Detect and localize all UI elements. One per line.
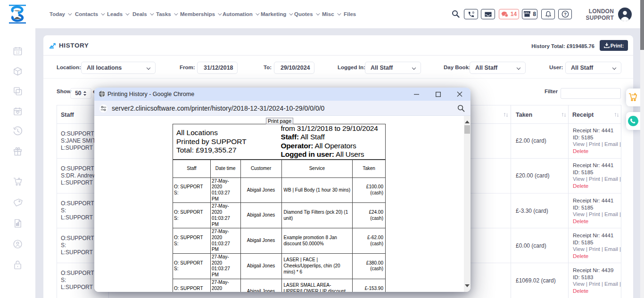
svg-text:12: 12 (16, 51, 20, 55)
svg-text:?: ? (564, 12, 567, 16)
